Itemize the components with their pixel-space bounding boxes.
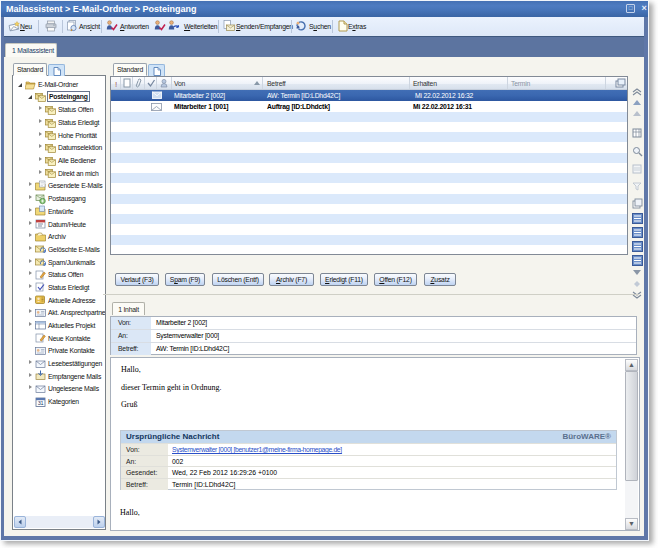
svg-text:31: 31 (38, 400, 44, 406)
svg-text:!: ! (115, 80, 117, 88)
